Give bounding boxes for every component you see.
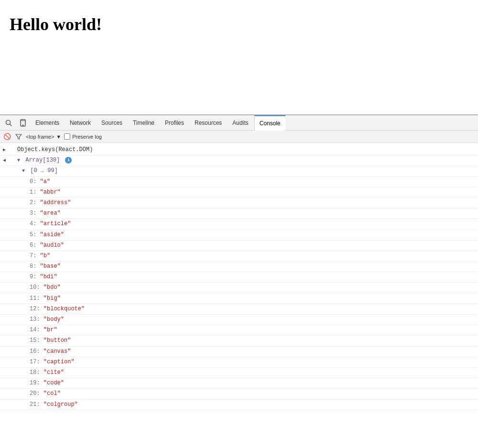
page-content: Hello world! [0,0,478,115]
console-line-20: 17: "caption" [0,357,478,368]
back-arrow-1: ◀ [3,156,9,164]
page-title: Hello world! [10,14,468,34]
frame-selector[interactable]: <top frame> ▼ [26,134,61,140]
tab-elements[interactable]: Elements [31,115,64,131]
console-line-9: 6: "audio" [0,240,478,251]
console-secondary-toolbar: 🚫 <top frame> ▼ Preserve log [0,131,478,143]
console-line-6: 3: "area" [0,208,478,219]
chevron-down-icon: ▼ [56,134,61,140]
console-line-17: 14: "br" [0,325,478,336]
console-line-8: 5: "aside" [0,230,478,240]
console-line-4: 1: "abbr" [0,187,478,198]
console-line-15: 12: "blockquote" [0,304,478,315]
console-line-3: 0: "a" [0,177,478,187]
console-line-24: 21: "colgroup" [0,400,478,410]
console-line-16: 13: "body" [0,315,478,325]
device-icon-btn[interactable] [16,116,30,130]
svg-line-1 [10,124,12,126]
filter-btn[interactable] [14,132,23,141]
preserve-log-checkbox[interactable] [64,133,70,140]
console-line-2: ▼ [0 … 99] [0,166,478,176]
console-line-13: 10: "bdo" [0,283,478,293]
console-line-14: 11: "big" [0,294,478,304]
search-icon-btn[interactable] [2,116,15,130]
tab-timeline[interactable]: Timeline [128,115,159,131]
tab-resources[interactable]: Resources [190,115,227,131]
console-line-18: 15: "button" [0,336,478,346]
info-badge[interactable]: i [65,157,72,164]
console-line-1: ◀ ▼ Array[130] i [0,155,478,166]
console-line-23: 20: "col" [0,389,478,399]
tab-console[interactable]: Console [254,115,285,131]
devtools-panel: Elements Network Sources Timeline Profil… [0,115,478,448]
expand-arrow-0[interactable]: ▶ [3,145,9,154]
devtools-toolbar: Elements Network Sources Timeline Profil… [0,115,478,131]
console-output: ▶ Object.keys(React.DOM) ◀ ▼ Array[130] … [0,143,478,448]
tab-audits[interactable]: Audits [228,115,253,131]
collapse-arrow-1[interactable]: ▼ [17,157,20,163]
tab-profiles[interactable]: Profiles [160,115,189,131]
collapse-arrow-2[interactable]: ▼ [22,167,25,174]
tab-sources[interactable]: Sources [97,115,127,131]
tab-network[interactable]: Network [65,115,96,131]
console-line-0: ▶ Object.keys(React.DOM) [0,145,478,155]
console-line-19: 16: "canvas" [0,347,478,357]
console-line-11: 8: "base" [0,262,478,272]
console-line-7: 4: "article" [0,219,478,229]
console-line-5: 2: "address" [0,198,478,208]
console-line-22: 19: "code" [0,378,478,389]
console-line-12: 9: "bdi" [0,272,478,283]
console-line-10: 7: "b" [0,251,478,262]
preserve-log-label: Preserve log [64,133,102,140]
console-line-21: 18: "cite" [0,368,478,378]
clear-console-btn[interactable]: 🚫 [3,132,11,141]
